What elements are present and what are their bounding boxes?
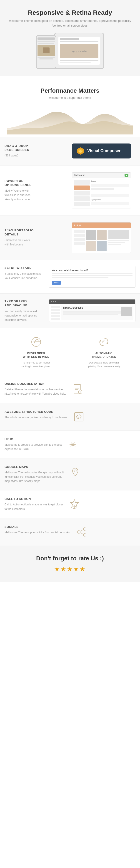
updates-desc: Don't waste more time with updating Your… (72, 361, 136, 368)
footer: Don't forget to rate Us :) ★★★★★ (0, 546, 140, 582)
options-menu-2 (74, 186, 90, 190)
options-menu-5 (74, 202, 90, 206)
docs-title: ONLINE DOCUMENTATION (4, 382, 66, 385)
devices-container: Laptop + Speaker (7, 33, 133, 69)
vc-label: Visual Composer (87, 149, 121, 153)
cta-svg (68, 498, 80, 510)
updates-item: AUTOMATIC THEME UPDATES Don't waste more… (72, 335, 136, 369)
options-field-4 (91, 202, 129, 205)
typo-dot-1 (51, 301, 52, 302)
cta-icon (67, 497, 81, 511)
seo-updates-section: DEVELOPED WITH SEO IN MIND To help You t… (0, 328, 140, 375)
cta-text: CALL TO ACTION Call to Action option is … (4, 497, 63, 511)
uiux-section: UI/UX Melbourne is created to provide cl… (0, 431, 140, 458)
portfolio-text: AJAX PORTFOLIO DETAILS Showcase Your wor… (4, 228, 72, 247)
seo-desc: To help You to get higher ranking in sea… (4, 361, 68, 368)
uiux-text: UI/UX Melbourne is created to provide cl… (4, 437, 62, 452)
portfolio-mock (72, 222, 131, 253)
setup-mock-title: Welcome to Melbourne install! (52, 269, 133, 272)
setup-mock-lines (52, 273, 133, 278)
responsive-description: Melbourne Theme looks good on desktop, t… (7, 19, 133, 28)
updates-icon (97, 335, 111, 349)
maps-icon (68, 465, 82, 479)
maps-desc: Melbourne Theme includes Google map with… (4, 470, 64, 484)
typo-content-inner: RESPONSIVE DES... (63, 307, 132, 316)
maps-text: GOOGLE MAPS Melbourne Theme includes Goo… (4, 465, 64, 484)
setup-text: SETUP WIZZARD It takes only 2 minutes to… (4, 266, 46, 281)
docs-icon (71, 382, 84, 396)
setup-line-1 (52, 273, 133, 274)
svg-point-29 (83, 528, 86, 530)
tablet-mock-content: Laptop + Speaker (58, 37, 100, 65)
setup-install-btn[interactable]: Install (52, 281, 61, 285)
svg-point-31 (83, 533, 86, 536)
portfolio-section: AJAX PORTFOLIO DETAILS Showcase Your wor… (0, 215, 140, 260)
responsive-section: Responsive & Retina Ready Melbourne Them… (0, 0, 140, 76)
options-panel-image: Melbourne ● Logo Typogr (72, 172, 136, 209)
typo-sidebar (51, 306, 60, 320)
drag-drop-image: Visual Composer (72, 144, 136, 158)
socials-svg (76, 526, 87, 538)
cta-section: CALL TO ACTION Call to Action option is … (0, 490, 140, 518)
uiux-icon (66, 437, 80, 451)
portfolio-dot-3 (79, 224, 81, 226)
portfolio-nav-4 (74, 242, 85, 245)
cta-title: CALL TO ACTION (4, 497, 63, 501)
typo-image (121, 307, 132, 316)
typography-mock: RESPONSIVE DES... (49, 299, 136, 322)
code-text: AWESOME STRUCTURED CODE The whole code i… (4, 410, 67, 420)
code-desc: The whole code is organized and easy to … (4, 415, 67, 420)
setup-line-3 (52, 277, 108, 278)
phone-device (36, 35, 56, 69)
typo-body: RESPONSIVE DES... (49, 304, 135, 322)
options-panel-desc: Modify Your site with few clicks in our … (4, 189, 67, 202)
options-menu-4 (74, 196, 90, 201)
maps-section: GOOGLE MAPS Melbourne Theme includes Goo… (0, 458, 140, 491)
seo-title: DEVELOPED WITH SEO IN MIND (4, 351, 68, 359)
drag-drop-text: DRAG & DROP PAGE BUILDER ($39 value) (4, 144, 72, 158)
typo-dot-2 (53, 301, 54, 302)
options-menu-3 (74, 191, 90, 195)
cta-desc: Call to Action option is made in way to … (4, 502, 63, 511)
typo-nav-1 (51, 306, 60, 308)
typo-header (49, 300, 135, 304)
portfolio-thumb-3 (86, 241, 96, 251)
typography-title: TYPOGRAPHY AND SPACING (4, 299, 46, 307)
setup-section: SETUP WIZZARD It takes only 2 minutes to… (0, 260, 140, 293)
code-section: AWESOME STRUCTURED CODE The whole code i… (0, 403, 140, 431)
portfolio-nav-3 (74, 238, 85, 241)
socials-desc: Melbourne Theme supports links from soci… (4, 530, 71, 535)
socials-text: SOCIALS Melbourne Theme supports links f… (4, 525, 71, 535)
seo-icon (29, 335, 43, 349)
performance-chart (7, 108, 133, 136)
docs-svg (72, 383, 83, 395)
options-header: Melbourne ● (72, 173, 131, 178)
docs-desc: Detailed theme documentation on online s… (4, 388, 66, 396)
drag-drop-badge: ($39 value) (4, 153, 67, 158)
seo-svg (30, 336, 42, 348)
responsive-title: Responsive & Retina Ready (7, 9, 133, 17)
socials-title: SOCIALS (4, 525, 71, 529)
portfolio-nav-2 (74, 234, 85, 237)
uiux-desc: Melbourne is created to provide clients … (4, 443, 62, 452)
portfolio-thumb-2 (97, 230, 107, 240)
options-sidebar (74, 180, 90, 206)
options-panel-text: POWERFUL OPTIONS PANEL Modify Your site … (4, 179, 72, 202)
setup-title-text: SETUP WIZZARD (4, 266, 46, 270)
typography-desc: You can easily make a text responsive, o… (4, 309, 46, 322)
typo-nav-5 (51, 318, 60, 320)
svg-point-25 (74, 470, 76, 472)
portfolio-grid (86, 230, 107, 251)
docs-section: ONLINE DOCUMENTATION Detailed theme docu… (0, 375, 140, 403)
options-field-1 (91, 184, 129, 187)
svg-line-32 (80, 530, 83, 531)
portfolio-image (72, 222, 136, 253)
uiux-title: UI/UX (4, 437, 62, 441)
socials-section: SOCIALS Melbourne Theme supports links f… (0, 518, 140, 546)
typo-dot-3 (55, 301, 56, 302)
options-panel-section: POWERFUL OPTIONS PANEL Modify Your site … (0, 165, 140, 215)
typo-nav-2 (51, 309, 60, 311)
setup-desc: It takes only 2 minutes to have Your web… (4, 272, 46, 280)
typography-text: TYPOGRAPHY AND SPACING You can easily ma… (4, 299, 46, 322)
footer-text: Don't forget to rate Us :) (4, 555, 136, 562)
